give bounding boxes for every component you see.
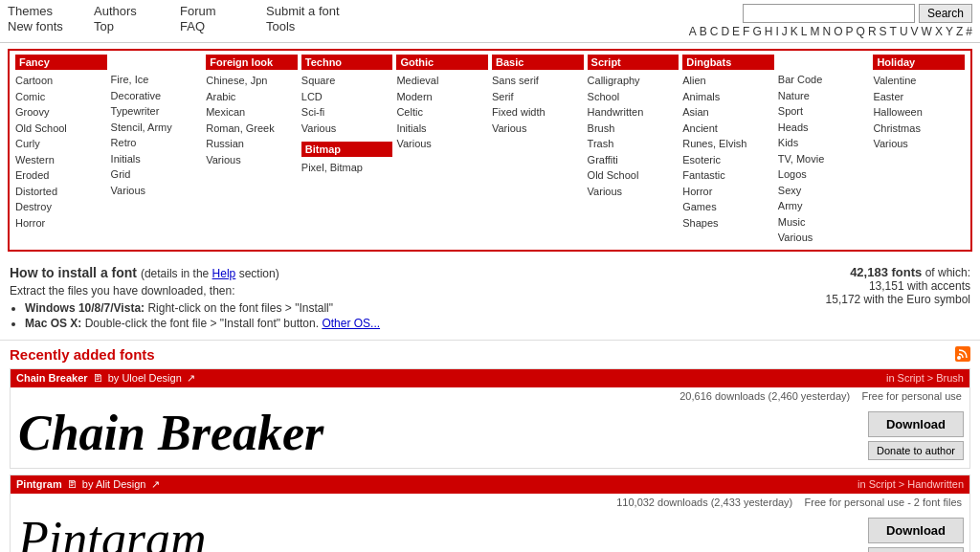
cat-item[interactable]: Fantastic — [682, 167, 774, 184]
cat-item[interactable]: Kids — [778, 135, 870, 151]
alpha-w[interactable]: W — [922, 25, 932, 38]
cat-item[interactable]: Fire, Ice — [111, 72, 203, 88]
nav-new-fonts[interactable]: New fonts — [8, 19, 94, 33]
cat-item[interactable]: Various — [778, 230, 870, 246]
alpha-s[interactable]: S — [880, 25, 887, 38]
alpha-q[interactable]: Q — [857, 25, 865, 38]
cat-item[interactable]: Easter — [873, 89, 965, 105]
cat-item[interactable]: Old School — [15, 121, 107, 137]
alpha-j[interactable]: J — [782, 25, 788, 38]
cat-item[interactable]: TV, Movie — [778, 151, 870, 167]
cat-item[interactable]: Destroy — [15, 199, 107, 215]
font-name-link[interactable]: Chain Breaker — [16, 372, 88, 384]
cat-item[interactable]: Calligraphy — [588, 73, 679, 89]
cat-item[interactable]: Pixel, Bitmap — [301, 160, 393, 176]
alpha-m[interactable]: M — [811, 25, 820, 38]
cat-item[interactable]: Halloween — [873, 104, 965, 121]
donate-button-chain[interactable]: Donate to author — [868, 441, 964, 460]
nav-faq[interactable]: FAQ — [180, 19, 266, 33]
cat-item[interactable]: Various — [396, 136, 488, 152]
alpha-n[interactable]: N — [823, 25, 832, 38]
alpha-h[interactable]: H — [765, 25, 773, 38]
alpha-hash[interactable]: # — [966, 25, 972, 38]
cat-item[interactable]: Various — [873, 136, 965, 152]
cat-item[interactable]: Sans serif — [492, 73, 584, 89]
cat-item[interactable]: Heads — [778, 120, 870, 136]
alpha-e[interactable]: E — [732, 25, 740, 38]
cat-item[interactable]: Groovy — [15, 104, 107, 121]
nav-top[interactable]: Top — [94, 19, 180, 33]
alpha-z[interactable]: Z — [956, 25, 963, 38]
cat-foreign-header[interactable]: Foreign look — [206, 55, 298, 70]
cat-techno-header[interactable]: Techno — [301, 55, 393, 70]
cat-item[interactable]: Medieval — [396, 73, 488, 89]
cat-item[interactable]: Fixed width — [492, 104, 584, 121]
alpha-i[interactable]: I — [775, 25, 778, 38]
cat-item[interactable]: Trash — [588, 136, 679, 152]
cat-item[interactable]: Decorative — [111, 88, 203, 104]
alpha-t[interactable]: T — [890, 25, 897, 38]
cat-item[interactable]: Games — [682, 199, 774, 215]
cat-item[interactable]: School — [588, 89, 679, 105]
alpha-d[interactable]: D — [721, 25, 729, 38]
cat-item[interactable]: Asian — [682, 104, 774, 121]
cat-item[interactable]: Curly — [15, 136, 107, 152]
cat-item[interactable]: Stencil, Army — [111, 120, 203, 136]
alpha-x[interactable]: X — [935, 25, 943, 38]
alpha-r[interactable]: R — [868, 25, 877, 38]
cat-item[interactable]: Retro — [111, 135, 203, 151]
alpha-u[interactable]: U — [900, 25, 908, 38]
cat-item[interactable]: Initials — [111, 151, 203, 167]
alpha-g[interactable]: G — [752, 25, 761, 38]
cat-item[interactable]: Sci-fi — [301, 104, 393, 121]
alpha-l[interactable]: L — [801, 25, 808, 38]
cat-bitmap-header[interactable]: Bitmap — [301, 142, 393, 157]
alpha-p[interactable]: P — [846, 25, 854, 38]
cat-item[interactable]: Initials — [396, 121, 488, 137]
cat-item[interactable]: Nature — [778, 88, 870, 104]
cat-item[interactable]: Cartoon — [15, 73, 107, 89]
cat-item[interactable]: Comic — [15, 89, 107, 105]
nav-themes[interactable]: Themes — [8, 4, 94, 18]
cat-script-header[interactable]: Script — [588, 55, 679, 70]
alpha-y[interactable]: Y — [946, 25, 953, 38]
cat-item[interactable]: Distorted — [15, 184, 107, 200]
donate-button-pintgram[interactable]: Donate to author — [868, 547, 964, 552]
search-input[interactable] — [743, 4, 915, 23]
cat-item[interactable]: Horror — [15, 215, 107, 232]
cat-item[interactable]: Western — [15, 152, 107, 168]
cat-item[interactable]: Various — [588, 184, 679, 200]
alpha-v[interactable]: V — [911, 25, 919, 38]
cat-item[interactable]: Various — [492, 121, 584, 137]
cat-item[interactable]: Grid — [111, 166, 203, 183]
font-author-link-pintgram[interactable]: Alit Design — [96, 478, 146, 490]
cat-item[interactable]: Horror — [682, 184, 774, 200]
font-name-link-pintgram[interactable]: Pintgram — [16, 478, 62, 490]
cat-item[interactable]: Roman, Greek — [206, 121, 298, 137]
cat-item[interactable]: Bar Code — [778, 72, 870, 88]
cat-item[interactable]: Various — [206, 152, 298, 168]
cat-item[interactable]: Celtic — [396, 104, 488, 121]
cat-item[interactable]: Old School — [588, 167, 679, 184]
cat-item[interactable]: Sexy — [778, 183, 870, 199]
cat-item[interactable]: Eroded — [15, 167, 107, 184]
cat-item[interactable]: Various — [301, 121, 393, 137]
alpha-b[interactable]: B — [700, 25, 707, 38]
cat-item[interactable]: Russian — [206, 136, 298, 152]
alpha-k[interactable]: K — [791, 25, 798, 38]
cat-item[interactable]: Typewriter — [111, 103, 203, 120]
cat-dingbats-header[interactable]: Dingbats — [682, 55, 774, 70]
nav-submit[interactable]: Submit a font — [266, 4, 390, 18]
other-os-link[interactable]: Other OS... — [322, 317, 380, 330]
cat-item[interactable]: Christmas — [873, 121, 965, 137]
cat-item[interactable]: Graffiti — [588, 152, 679, 168]
cat-item[interactable]: Animals — [682, 89, 774, 105]
font-author-link[interactable]: Uloel Design — [122, 372, 181, 384]
cat-item[interactable]: Serif — [492, 89, 584, 105]
cat-item[interactable]: Ancient — [682, 121, 774, 137]
cat-gothic-header[interactable]: Gothic — [396, 55, 488, 70]
cat-item[interactable]: Mexican — [206, 104, 298, 121]
cat-item[interactable]: Esoteric — [682, 152, 774, 168]
nav-authors[interactable]: Authors — [94, 4, 180, 18]
download-button-chain[interactable]: Download — [868, 411, 964, 437]
